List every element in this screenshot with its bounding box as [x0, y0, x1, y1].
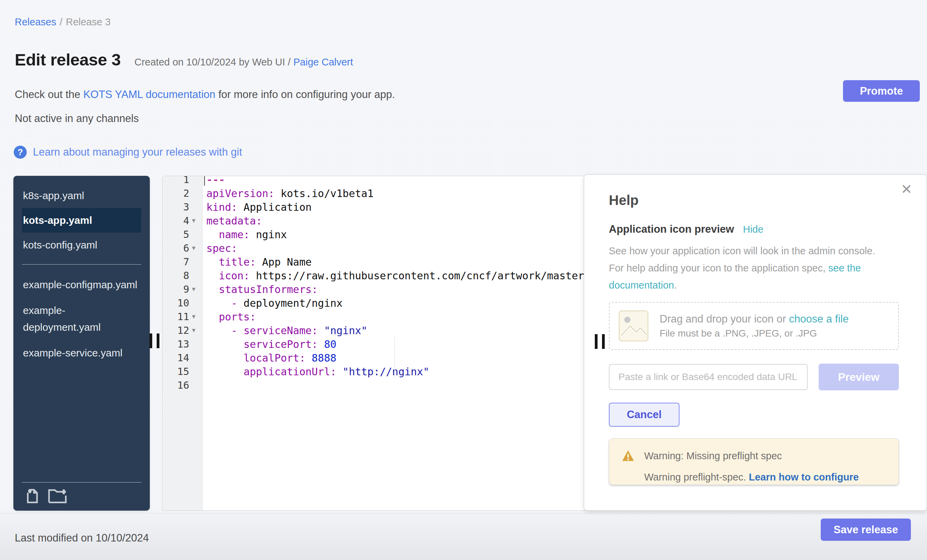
new-file-icon[interactable]: [25, 488, 39, 504]
code-text: apiVersion: kots.io/v1beta1: [203, 187, 374, 199]
line-number: 8: [163, 270, 203, 281]
code-lines: 1---2apiVersion: kots.io/v1beta13kind: A…: [163, 176, 586, 392]
code-line-11[interactable]: 11▾ ports:: [163, 310, 586, 323]
footer-divider: [0, 513, 927, 513]
fold-arrow-icon[interactable]: ▾: [192, 241, 195, 255]
indent-guide: [394, 337, 395, 378]
fold-arrow-icon[interactable]: ▾: [192, 310, 195, 323]
fold-arrow-icon[interactable]: ▾: [192, 282, 195, 296]
learn-configure-link[interactable]: Learn how to configure: [749, 472, 859, 483]
workspace: k8s-app.yamlkots-app.yamlkots-config.yam…: [13, 176, 915, 511]
last-modified-text: Last modified on 10/10/2024: [15, 532, 149, 544]
code-line-8[interactable]: 8 icon: https://raw.githubusercontent.co…: [163, 269, 586, 282]
code-line-6[interactable]: 6▾spec:: [163, 241, 586, 255]
sidebar-file-kots-app.yaml[interactable]: kots-app.yaml: [22, 208, 141, 233]
fold-arrow-icon[interactable]: ▾: [192, 214, 195, 228]
code-line-7[interactable]: 7 title: App Name: [163, 255, 586, 269]
code-text: - serviceName: "nginx": [203, 325, 368, 337]
save-release-button[interactable]: Save release: [821, 519, 911, 541]
help-title: Help: [609, 193, 910, 208]
code-line-3[interactable]: 3kind: Application: [163, 200, 586, 214]
question-mark-icon[interactable]: ?: [14, 146, 27, 159]
code-line-14[interactable]: 14 localPort: 8888: [163, 351, 586, 365]
created-info: Created on 10/10/2024 by Web UI / Paige …: [134, 56, 353, 68]
line-number: 7: [163, 256, 203, 268]
title-row: Edit release 3 Created on 10/10/2024 by …: [15, 50, 353, 69]
sidebar-footer: [22, 482, 141, 511]
line-number: 11: [163, 311, 203, 322]
code-line-9[interactable]: 9▾ statusInformers:: [163, 282, 586, 296]
hide-link[interactable]: Hide: [743, 224, 763, 235]
code-line-2[interactable]: 2apiVersion: kots.io/v1beta1: [163, 187, 586, 200]
code-text: ---: [203, 176, 225, 186]
sidebar-file-k8s-app.yaml[interactable]: k8s-app.yaml: [22, 184, 141, 208]
dropzone-hint: File must be a .PNG, .JPEG, or .JPG: [660, 328, 848, 339]
fold-arrow-icon[interactable]: ▾: [192, 323, 195, 337]
created-by-link[interactable]: Paige Calvert: [293, 56, 353, 68]
warning-title: Warning: Missing preflight spec: [644, 450, 782, 461]
code-line-13[interactable]: 13 servicePort: 80: [163, 337, 586, 351]
breadcrumb-releases-link[interactable]: Releases: [15, 17, 56, 27]
close-icon[interactable]: ✕: [901, 182, 912, 196]
icon-preview-section-header: Application icon preview Hide: [609, 223, 910, 235]
code-text: ports:: [203, 311, 256, 323]
code-line-15[interactable]: 15 applicationUrl: "http://nginx": [163, 365, 586, 378]
code-text: icon: https://raw.githubusercontent.com/…: [203, 270, 587, 282]
breadcrumb-separator: /: [60, 17, 62, 27]
code-text: - deployment/nginx: [203, 297, 342, 309]
code-text: servicePort: 80: [203, 338, 336, 350]
editor-cursor: [204, 176, 205, 186]
channel-status: Not active in any channels: [15, 112, 139, 125]
file-sidebar: k8s-app.yamlkots-app.yamlkots-config.yam…: [14, 176, 150, 511]
kots-yaml-docs-link[interactable]: KOTS YAML documentation: [83, 88, 215, 100]
code-line-5[interactable]: 5 name: nginx: [163, 228, 586, 241]
sidebar-file-example-configmap.yaml[interactable]: example-configmap.yaml: [22, 272, 141, 297]
file-groups: k8s-app.yamlkots-app.yamlkots-config.yam…: [14, 176, 150, 365]
line-number: 2: [163, 187, 203, 199]
file-group-examples: example-configmap.yamlexample-deployment…: [14, 272, 150, 365]
icon-dropzone[interactable]: Drag and drop your icon or choose a file…: [609, 302, 899, 350]
sidebar-resize-handle[interactable]: [149, 334, 160, 348]
code-line-12[interactable]: 12▾ - serviceName: "nginx": [163, 323, 586, 337]
code-text: statusInformers:: [203, 284, 318, 296]
warning-triangle-icon: [622, 450, 635, 462]
yaml-editor[interactable]: 1---2apiVersion: kots.io/v1beta13kind: A…: [162, 176, 587, 511]
line-number: 16: [163, 379, 203, 391]
choose-file-link[interactable]: choose a file: [789, 313, 848, 325]
line-number: 14: [163, 352, 203, 364]
breadcrumb: Releases/Release 3: [15, 17, 111, 28]
line-number: 4: [163, 215, 203, 226]
promote-button[interactable]: Promote: [843, 80, 920, 102]
line-number: 12: [163, 325, 203, 336]
cancel-button[interactable]: Cancel: [609, 403, 679, 427]
code-line-4[interactable]: 4▾metadata:: [163, 214, 586, 228]
icon-url-input[interactable]: [609, 364, 808, 390]
code-text: localPort: 8888: [203, 352, 336, 364]
warning-detail: Warning preflight-spec. Learn how to con…: [622, 472, 898, 483]
code-text: name: nginx: [203, 229, 287, 241]
page: Releases/Release 3 Edit release 3 Create…: [0, 0, 927, 560]
preview-button[interactable]: Preview: [819, 364, 899, 390]
code-line-10[interactable]: 10 - deployment/nginx: [163, 296, 586, 310]
git-releases-link[interactable]: Learn about managing your releases with …: [33, 146, 242, 158]
sidebar-file-example-service.yaml[interactable]: example-service.yaml: [22, 340, 141, 365]
help-panel-resize-handle[interactable]: [595, 334, 605, 349]
code-text: metadata:: [203, 215, 262, 227]
line-number: 9: [163, 284, 203, 295]
line-number: 15: [163, 366, 203, 377]
sidebar-file-kots-config.yaml[interactable]: kots-config.yaml: [22, 233, 141, 257]
line-number: 13: [163, 338, 203, 350]
line-number: 3: [163, 201, 203, 213]
code-text: kind: Application: [203, 201, 312, 213]
page-title: Edit release 3: [15, 50, 121, 69]
line-number: 10: [163, 297, 203, 309]
docs-line: Check out the KOTS YAML documentation fo…: [15, 88, 395, 101]
sidebar-file-example-deployment.yaml[interactable]: example-deployment.yaml: [22, 298, 141, 340]
code-text: title: App Name: [203, 256, 312, 268]
line-number: 5: [163, 229, 203, 240]
code-line-1[interactable]: 1---: [163, 176, 586, 187]
line-number: 1: [163, 176, 203, 185]
new-folder-icon[interactable]: [48, 488, 68, 504]
git-help-row[interactable]: ? Learn about managing your releases wit…: [14, 146, 242, 159]
code-line-16[interactable]: 16: [163, 378, 586, 392]
